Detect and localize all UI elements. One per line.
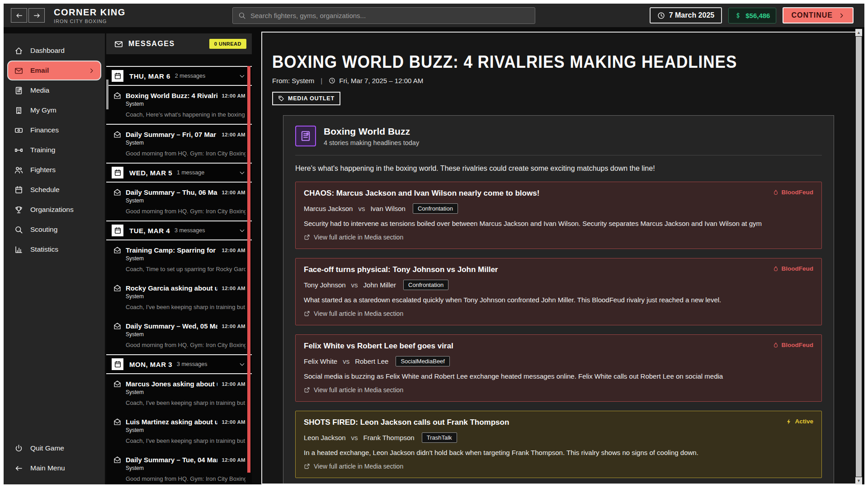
- rivalry-type-badge: SocialMediaBeef: [396, 356, 450, 366]
- sidebar-item-finances[interactable]: Finances: [4, 120, 105, 140]
- sidebar-item-main-menu[interactable]: Main Menu: [4, 458, 105, 478]
- message-item[interactable]: Daily Summary – Fri, 07 Mar 2... 12:00 A…: [106, 125, 252, 163]
- scroll-down-button[interactable]: ▼: [855, 477, 862, 484]
- group-date: WED, MAR 5: [129, 169, 172, 177]
- envelope-open-icon: [113, 322, 121, 330]
- message-group: TUE, MAR 4 3 messages Training Camp: Spa…: [106, 221, 252, 354]
- messages-scrollbar-right[interactable]: [247, 66, 250, 473]
- message-group-header[interactable]: THU, MAR 6 2 messages: [106, 66, 252, 86]
- story-fighters: Marcus Jackson vs Ivan Wilson Confrontat…: [304, 203, 813, 214]
- email-body-card: Boxing World Buzz 4 stories making headl…: [283, 115, 834, 484]
- flame-icon: [773, 189, 779, 196]
- message-item[interactable]: Training Camp: Sparring for R... 12:00 A…: [106, 240, 252, 278]
- view-article-link[interactable]: View full article in Media section: [304, 463, 813, 470]
- sidebar-item-label: Media: [30, 86, 49, 94]
- sidebar-item-label: Finances: [30, 126, 59, 134]
- message-item[interactable]: Boxing World Buzz: 4 Rivalries ... 12:00…: [106, 86, 252, 125]
- messages-title: MESSAGES: [128, 40, 175, 48]
- fighter-b: John Miller: [363, 281, 396, 289]
- continue-button[interactable]: CONTINUE: [783, 7, 854, 23]
- sidebar-nav: Dashboard Email Media My Gym Finances Tr…: [4, 41, 105, 259]
- sidebar-item-schedule[interactable]: Schedule: [4, 180, 105, 200]
- message-group-header[interactable]: WED, MAR 5 1 message: [106, 163, 252, 183]
- chevron-down-icon: [239, 361, 245, 368]
- scrollbar-thumb[interactable]: [856, 37, 862, 477]
- clock-icon: [329, 77, 335, 84]
- message-group-header[interactable]: TUE, MAR 4 3 messages: [106, 221, 252, 240]
- sidebar-item-fighters[interactable]: Fighters: [4, 160, 105, 180]
- message-preview: Coach, I've been keeping sharp in traini…: [126, 437, 245, 444]
- home-icon: [14, 47, 23, 55]
- dumbbell-icon: [14, 146, 23, 155]
- search-input[interactable]: [250, 12, 529, 19]
- calendar-icon: [112, 358, 123, 370]
- rivalry-story-card: Face-off turns physical: Tony Johnson vs…: [295, 258, 822, 325]
- group-messages: Training Camp: Sparring for R... 12:00 A…: [106, 240, 252, 354]
- message-item[interactable]: Daily Summary – Thu, 06 Mar ... 12:00 AM…: [106, 183, 252, 221]
- vs-label: vs: [351, 281, 358, 289]
- email-intro: Here's what's happening in the boxing wo…: [295, 164, 822, 173]
- message-sender: System: [126, 101, 245, 107]
- sidebar-item-statistics[interactable]: Statistics: [4, 239, 105, 259]
- message-sender: System: [126, 197, 245, 204]
- fighter-a: Marcus Jackson: [304, 205, 353, 212]
- sidebar-item-scouting[interactable]: Scouting: [4, 220, 105, 239]
- message-group-header[interactable]: MON, MAR 3 3 messages: [106, 354, 252, 374]
- message-time: 12:00 AM: [222, 190, 245, 195]
- message-item[interactable]: Marcus Jones asking about u... 12:00 AM …: [106, 374, 252, 412]
- sidebar-item-organizations[interactable]: Organizations: [4, 200, 105, 220]
- stories-container: CHAOS: Marcus Jackson and Ivan Wilson ne…: [295, 182, 822, 478]
- message-item[interactable]: Daily Summary – Tue, 04 Mar ... 12:00 AM…: [106, 450, 252, 484]
- group-date: MON, MAR 3: [129, 361, 172, 368]
- view-article-link[interactable]: View full article in Media section: [304, 310, 813, 317]
- sidebar-item-training[interactable]: Training: [4, 140, 105, 160]
- sidebar: Dashboard Email Media My Gym Finances Tr…: [4, 33, 105, 484]
- story-fighters: Felix White vs Robert Lee SocialMediaBee…: [304, 356, 813, 366]
- sidebar-item-quit-game[interactable]: Quit Game: [4, 438, 105, 458]
- sidebar-item-label: Quit Game: [30, 444, 64, 452]
- page-scrollbar[interactable]: ▲ ▼: [855, 29, 862, 484]
- back-button[interactable]: [11, 8, 27, 23]
- dollar-icon: [735, 12, 741, 19]
- message-item[interactable]: Rocky Garcia asking about up... 12:00 AM…: [106, 278, 252, 316]
- group-messages: Daily Summary – Thu, 06 Mar ... 12:00 AM…: [106, 183, 252, 221]
- sidebar-footer: Quit Game Main Menu: [4, 438, 105, 478]
- sidebar-item-label: Email: [30, 66, 49, 75]
- group-messages: Marcus Jones asking about u... 12:00 AM …: [106, 374, 252, 484]
- sidebar-item-dashboard[interactable]: Dashboard: [4, 41, 105, 61]
- bolt-icon: [786, 418, 792, 425]
- story-body: Social media is buzzing as Felix White a…: [304, 372, 813, 380]
- app-logo: CORNER KING IRON CITY BOXING: [54, 7, 126, 24]
- message-item[interactable]: Luis Martinez asking about up... 12:00 A…: [106, 412, 252, 450]
- rivalry-story-card: CHAOS: Marcus Jackson and Ivan Wilson ne…: [295, 182, 822, 249]
- arrow-left-icon: [14, 464, 23, 473]
- message-sender: System: [126, 140, 245, 146]
- envelope-open-icon: [113, 131, 121, 138]
- sidebar-item-media[interactable]: Media: [4, 80, 105, 100]
- magnifier-icon: [14, 225, 23, 234]
- scroll-up-button[interactable]: ▲: [855, 29, 862, 36]
- search-bar[interactable]: [232, 7, 535, 24]
- message-time: 12:00 AM: [222, 324, 245, 329]
- view-article-link[interactable]: View full article in Media section: [304, 234, 813, 241]
- divider: [295, 155, 822, 155]
- sidebar-item-email[interactable]: Email: [8, 61, 100, 80]
- story-body: What started as a staredown escalated qu…: [304, 296, 813, 304]
- message-group: THU, MAR 6 2 messages Boxing World Buzz:…: [106, 66, 252, 163]
- group-messages: Boxing World Buzz: 4 Rivalries ... 12:00…: [106, 86, 252, 163]
- message-item[interactable]: Daily Summary – Wed, 05 Ma... 12:00 AM S…: [106, 316, 252, 354]
- calendar-icon: [14, 186, 23, 194]
- newspaper-icon: [295, 126, 316, 146]
- forward-button[interactable]: [28, 8, 45, 23]
- email-card-header: Boxing World Buzz 4 stories making headl…: [295, 126, 822, 146]
- sidebar-item-my-gym[interactable]: My Gym: [4, 100, 105, 120]
- message-preview: Good morning from HQ. Gym: Iron City Box…: [126, 475, 245, 482]
- fighter-b: Ivan Wilson: [370, 205, 406, 212]
- story-headline: Felix White vs Robert Lee beef goes vira…: [304, 342, 766, 351]
- story-status: BloodFeud: [773, 189, 814, 196]
- story-status: BloodFeud: [773, 342, 814, 348]
- message-sender: System: [126, 465, 245, 471]
- view-article-link[interactable]: View full article in Media section: [304, 386, 813, 394]
- messages-scrollbar-left-thumb[interactable]: [106, 80, 108, 109]
- fighter-a: Felix White: [304, 357, 337, 365]
